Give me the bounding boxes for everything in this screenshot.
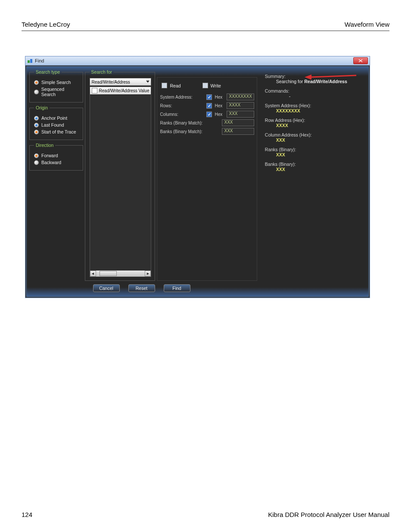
hex-label: Hex xyxy=(215,103,224,108)
rows-input[interactable]: XXXX xyxy=(227,102,254,109)
summary-item-value: XXXXXXXX xyxy=(276,108,300,113)
origin-group: Origin Anchor Point Last Found Start of … xyxy=(29,105,83,140)
search-for-listbox[interactable]: Read/Write/Address Value ◄ ► xyxy=(90,87,152,277)
search-for-dropdown[interactable]: Read/Write/Address xyxy=(90,78,152,86)
radio-forward[interactable]: Forward xyxy=(34,153,79,158)
radio-label: Sequenced Search xyxy=(41,87,79,97)
radio-label: Simple Search xyxy=(41,80,71,85)
dropdown-value: Read/Write/Address xyxy=(92,80,130,84)
radio-icon xyxy=(34,80,39,85)
summary-item-value: XXX xyxy=(276,137,285,143)
radio-anchor-point[interactable]: Anchor Point xyxy=(34,115,79,121)
radio-label: Backward xyxy=(41,160,61,165)
checkbox-label: Write xyxy=(211,83,221,88)
close-icon xyxy=(358,58,363,63)
radio-icon xyxy=(34,90,39,94)
radio-label: Start of the Trace xyxy=(41,129,76,134)
summary-item-label: Column Address (Hex): xyxy=(265,132,361,137)
radio-label: Anchor Point xyxy=(41,115,67,121)
commands-value: - xyxy=(289,93,291,99)
summary-item-value: XXX xyxy=(276,167,285,172)
svg-rect-1 xyxy=(30,59,32,63)
page-number: 124 xyxy=(22,511,32,518)
radio-icon xyxy=(34,130,39,134)
window-title: Find xyxy=(35,58,44,63)
scroll-thumb[interactable] xyxy=(100,271,117,276)
svg-line-2 xyxy=(311,75,356,77)
radio-simple-search[interactable]: Simple Search xyxy=(34,80,79,85)
scroll-left-button[interactable]: ◄ xyxy=(90,271,96,277)
radio-label: Forward xyxy=(41,153,58,158)
svg-marker-3 xyxy=(305,75,311,80)
field-label: System Address: xyxy=(160,95,204,100)
hex-checkbox[interactable] xyxy=(206,112,212,117)
scroll-right-button[interactable]: ► xyxy=(145,271,151,277)
search-for-legend: Search for xyxy=(90,69,114,75)
write-checkbox-row[interactable]: Write xyxy=(202,83,221,88)
search-type-group: Search type Simple Search Sequenced Sear… xyxy=(29,69,83,103)
summary-item-value: XXX xyxy=(276,152,285,157)
radio-sequenced-search[interactable]: Sequenced Search xyxy=(34,87,79,97)
summary-item-label: System Address (Hex): xyxy=(265,103,361,108)
page-header-right: Waveform View xyxy=(345,21,389,28)
read-checkbox-row[interactable]: Read xyxy=(162,83,181,88)
list-item[interactable]: Read/Write/Address Value xyxy=(90,87,151,94)
close-button[interactable] xyxy=(353,57,368,64)
checkbox-label: Read xyxy=(170,83,181,88)
radio-icon xyxy=(34,116,39,121)
summary-item-label: Ranks (Binary): xyxy=(265,147,361,152)
hex-label: Hex xyxy=(215,112,224,117)
columns-input[interactable]: XXX xyxy=(227,111,254,118)
titlebar[interactable]: Find xyxy=(25,56,370,65)
hex-checkbox[interactable] xyxy=(206,94,212,100)
find-dialog: Find Search type Simple Search Sequenc xyxy=(25,56,370,298)
system-address-row: System Address: Hex XXXXXXXX xyxy=(160,93,254,100)
radio-start-of-trace[interactable]: Start of the Trace xyxy=(34,129,79,134)
svg-rect-0 xyxy=(28,60,30,63)
field-label: Ranks (Binary Match): xyxy=(160,121,219,125)
ranks-row: Ranks (Binary Match): XXX xyxy=(160,119,254,126)
field-label: Columns: xyxy=(160,112,204,117)
hex-label: Hex xyxy=(215,95,224,100)
direction-legend: Direction xyxy=(34,143,55,148)
summary-item-label: Row Address (Hex): xyxy=(265,118,361,123)
find-button[interactable]: Find xyxy=(164,284,190,292)
window-icon xyxy=(27,58,33,64)
radio-icon xyxy=(34,160,39,165)
columns-row: Columns: Hex XXX xyxy=(160,111,254,118)
field-label: Rows: xyxy=(160,103,204,108)
horizontal-scrollbar[interactable]: ◄ ► xyxy=(90,271,151,277)
cancel-button[interactable]: Cancel xyxy=(93,284,120,292)
annotation-arrow-icon xyxy=(305,74,356,80)
hex-checkbox[interactable] xyxy=(206,103,212,109)
banks-input[interactable]: XXX xyxy=(222,128,254,135)
direction-group: Direction Forward Backward xyxy=(29,143,83,171)
summary-search-prefix: Searching for xyxy=(276,79,304,84)
radio-last-found[interactable]: Last Found xyxy=(34,122,79,128)
search-for-group: Search for Read/Write/Address Read/Write… xyxy=(85,69,156,281)
rows-row: Rows: Hex XXXX xyxy=(160,102,254,109)
checkbox-icon[interactable] xyxy=(202,83,208,88)
radio-icon xyxy=(34,153,39,158)
radio-backward[interactable]: Backward xyxy=(34,160,79,165)
origin-legend: Origin xyxy=(34,105,50,110)
summary-panel: Summary: Searching for Read/Write/Addres… xyxy=(259,69,366,281)
list-item-label: Read/Write/Address Value xyxy=(99,88,149,93)
banks-row: Banks (Binary Match): XXX xyxy=(160,128,254,135)
checkbox-icon[interactable] xyxy=(162,83,167,88)
page-header-left: Teledyne LeCroy xyxy=(22,21,70,28)
search-type-legend: Search type xyxy=(34,69,62,75)
radio-icon xyxy=(34,123,39,128)
criteria-form: Read Write System Address: Hex XXXXXXXX … xyxy=(157,77,257,281)
reset-button[interactable]: Reset xyxy=(128,284,155,292)
summary-item-value: XXXX xyxy=(276,123,288,128)
page-footer-right: Kibra DDR Protocol Analyzer User Manual xyxy=(268,511,389,518)
system-address-input[interactable]: XXXXXXXX xyxy=(227,93,254,100)
summary-item-label: Banks (Binary): xyxy=(265,162,361,167)
ranks-input[interactable]: XXX xyxy=(222,119,254,126)
field-label: Banks (Binary Match): xyxy=(160,129,219,134)
checkbox-icon[interactable] xyxy=(92,88,97,93)
commands-label: Commands: xyxy=(265,88,361,93)
radio-label: Last Found xyxy=(41,122,64,128)
